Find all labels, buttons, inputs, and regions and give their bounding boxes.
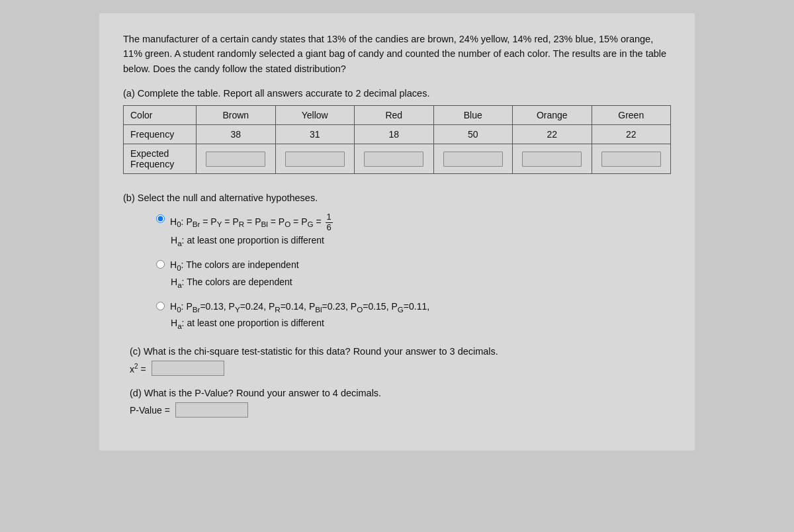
expected-yellow-cell bbox=[275, 144, 355, 174]
option-1-ha-text: Ha: at least one proportion is different bbox=[171, 234, 671, 249]
expected-label: ExpectedFrequency bbox=[124, 144, 197, 174]
part-c-answer-line: x2 = bbox=[130, 361, 671, 376]
part-a-label: (a) Complete the table. Report all answe… bbox=[123, 88, 671, 99]
expected-frequency-row: ExpectedFrequency bbox=[124, 144, 671, 174]
option-2-line[interactable]: H0: The colors are independent bbox=[156, 258, 671, 273]
chi-square-input[interactable] bbox=[152, 361, 224, 376]
frequency-label: Frequency bbox=[124, 125, 197, 144]
part-d-section: (d) What is the P-Value? Round your answ… bbox=[130, 388, 671, 418]
pvalue-label: P-Value = bbox=[130, 405, 170, 416]
freq-red: 18 bbox=[355, 125, 434, 144]
freq-orange: 22 bbox=[513, 125, 592, 144]
freq-blue: 50 bbox=[433, 125, 513, 144]
frequency-row: Frequency 38 31 18 50 22 22 bbox=[124, 125, 671, 144]
option-2-h0-text: H0: The colors are independent bbox=[170, 258, 299, 273]
option-3-line[interactable]: H0: PBr=0.13, PY=0.24, PR=0.14, PBl=0.23… bbox=[156, 300, 671, 315]
col-header-green: Green bbox=[592, 106, 671, 125]
part-d-label: (d) What is the P-Value? Round your answ… bbox=[130, 388, 671, 398]
col-header-red: Red bbox=[355, 106, 434, 125]
option-3-h0-text: H0: PBr=0.13, PY=0.24, PR=0.14, PBl=0.23… bbox=[170, 300, 429, 315]
option-3-ha-text: Ha: at least one proportion is different bbox=[171, 316, 671, 332]
expected-red-cell bbox=[355, 144, 434, 174]
hypothesis-option-3: H0: PBr=0.13, PY=0.24, PR=0.14, PBl=0.23… bbox=[156, 300, 671, 332]
freq-brown: 38 bbox=[197, 125, 276, 144]
expected-green-input[interactable] bbox=[601, 152, 661, 167]
part-c-section: (c) What is the chi-square test-statisti… bbox=[130, 346, 671, 376]
expected-blue-cell bbox=[433, 144, 513, 174]
col-header-color: Color bbox=[124, 106, 197, 125]
intro-text: The manufacturer of a certain candy stat… bbox=[123, 32, 671, 76]
data-table: Color Brown Yellow Red Blue Orange Green… bbox=[123, 105, 671, 174]
expected-orange-input[interactable] bbox=[522, 152, 582, 167]
hypothesis-radio-2[interactable] bbox=[156, 260, 165, 269]
hypothesis-option-1: H0: PBr = PY = PR = PBl = PO = PG = 1 6 … bbox=[156, 212, 671, 249]
freq-green: 22 bbox=[592, 125, 671, 144]
option-2-ha-text: Ha: The colors are dependent bbox=[171, 275, 671, 290]
option-1-line[interactable]: H0: PBr = PY = PR = PBl = PO = PG = 1 6 bbox=[156, 212, 671, 232]
fraction-1-6: 1 6 bbox=[326, 212, 333, 232]
main-page: The manufacturer of a certain candy stat… bbox=[99, 13, 695, 451]
expected-blue-input[interactable] bbox=[443, 152, 503, 167]
expected-brown-cell bbox=[197, 144, 276, 174]
expected-brown-input[interactable] bbox=[206, 152, 265, 167]
hypothesis-radio-1[interactable] bbox=[156, 214, 165, 223]
col-header-blue: Blue bbox=[433, 106, 513, 125]
part-d-answer-line: P-Value = bbox=[130, 402, 671, 418]
expected-green-cell bbox=[592, 144, 671, 174]
pvalue-input[interactable] bbox=[175, 402, 248, 418]
part-b-label: (b) Select the null and alternative hypo… bbox=[123, 193, 671, 203]
col-header-brown: Brown bbox=[197, 106, 276, 125]
col-header-orange: Orange bbox=[513, 106, 592, 125]
col-header-yellow: Yellow bbox=[275, 106, 355, 125]
expected-yellow-input[interactable] bbox=[285, 152, 345, 167]
option-1-h0-text: H0: PBr = PY = PR = PBl = PO = PG = 1 6 bbox=[170, 212, 334, 232]
chi-square-label: x2 = bbox=[130, 363, 146, 375]
expected-orange-cell bbox=[513, 144, 592, 174]
part-b-section: (b) Select the null and alternative hypo… bbox=[123, 193, 671, 332]
hypothesis-option-2: H0: The colors are independent Ha: The c… bbox=[156, 258, 671, 290]
part-c-label: (c) What is the chi-square test-statisti… bbox=[130, 346, 671, 357]
hypothesis-radio-3[interactable] bbox=[156, 302, 165, 310]
expected-red-input[interactable] bbox=[364, 152, 423, 167]
table-header-row: Color Brown Yellow Red Blue Orange Green bbox=[124, 106, 671, 125]
freq-yellow: 31 bbox=[275, 125, 355, 144]
